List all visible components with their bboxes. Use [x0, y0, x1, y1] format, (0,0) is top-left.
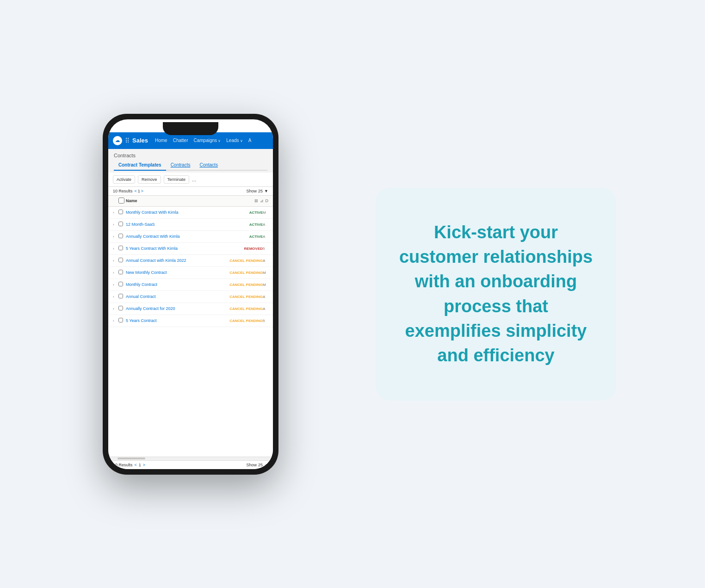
- contract-name-6[interactable]: New Monthly Contract: [126, 270, 221, 275]
- nav-more[interactable]: A: [246, 137, 254, 144]
- page-title: Contracts: [114, 153, 267, 158]
- contract-status-4: REMOVED: [221, 247, 263, 251]
- select-all-checkbox[interactable]: [118, 198, 124, 204]
- contract-status-7: CANCEL PENDING: [221, 283, 263, 287]
- more-button[interactable]: ...: [192, 177, 196, 182]
- contract-name-3[interactable]: Annually Contract With Kimla: [126, 234, 221, 239]
- show-chevron-bottom[interactable]: ▲: [264, 463, 268, 467]
- contract-status-9: CANCEL PENDING: [221, 307, 263, 311]
- contract-name-1[interactable]: Monthly Contract With Kimla: [126, 210, 221, 215]
- horizontal-scrollbar[interactable]: [108, 457, 273, 460]
- table-row: › 12 Month-SaaS ACTIVE A: [108, 219, 273, 231]
- contract-status-10: CANCEL PENDING: [221, 319, 263, 323]
- bottom-prev-button[interactable]: <: [135, 463, 137, 467]
- phone: ☁ ⠿ Sales Home Chatter Campaigns Leads A: [103, 114, 278, 475]
- scrollbar-thumb[interactable]: [118, 458, 145, 459]
- table-row: › Monthly Contract With Kimla ACTIVE M: [108, 207, 273, 219]
- contract-extra-4: 5: [263, 247, 268, 251]
- filter-icon[interactable]: ⊿: [260, 198, 264, 203]
- sf-toolbar: Activate Remove Terminate ...: [108, 173, 273, 187]
- row-expand-2[interactable]: ›: [113, 223, 118, 227]
- table-row: › Annual Contract CANCEL PENDING A: [108, 291, 273, 303]
- name-col-header: Name: [126, 198, 254, 203]
- row-check-3: [118, 234, 126, 239]
- show-selector-top: Show 25 ▼: [247, 189, 268, 193]
- contract-name-10[interactable]: 5 Years Contract: [126, 318, 221, 323]
- nav-home[interactable]: Home: [153, 137, 170, 144]
- show-label-top: Show: [247, 189, 257, 193]
- contract-status-8: CANCEL PENDING: [221, 295, 263, 299]
- row-check-6: [118, 270, 126, 275]
- tab-contacts[interactable]: Contacts: [195, 160, 222, 171]
- show-value-bottom[interactable]: 25: [258, 463, 263, 467]
- prev-page-button[interactable]: <: [135, 189, 137, 193]
- contract-status-6: CANCEL PENDING: [221, 271, 263, 275]
- nav-leads[interactable]: Leads: [224, 137, 245, 144]
- contract-name-7[interactable]: Monthly Contract: [126, 282, 221, 287]
- table-row: › New Monthly Contract CANCEL PENDING M: [108, 267, 273, 279]
- current-page: 1: [138, 189, 140, 193]
- sf-logo-icon: ☁: [115, 138, 120, 143]
- bottom-next-button[interactable]: >: [143, 463, 145, 467]
- bottom-results-count: 10 Results: [113, 463, 133, 467]
- row-check-2: [118, 222, 126, 227]
- contract-extra-10: 5: [263, 319, 268, 323]
- row-expand-7[interactable]: ›: [113, 283, 118, 287]
- terminate-button[interactable]: Terminate: [164, 175, 190, 184]
- nav-chatter[interactable]: Chatter: [171, 137, 191, 144]
- sf-logo: ☁: [113, 136, 122, 145]
- show-chevron-top[interactable]: ▼: [264, 189, 268, 193]
- row-expand-10[interactable]: ›: [113, 319, 118, 323]
- table-header: Name ⊞ ⊿ D: [108, 196, 273, 207]
- row-check-1: [118, 210, 126, 215]
- row-expand-4[interactable]: ›: [113, 247, 118, 251]
- pager-top: < 1 >: [135, 189, 144, 193]
- contract-extra-8: A: [263, 295, 268, 299]
- sf-bottom-bar: 10 Results < 1 > Show 25 ▲: [108, 460, 273, 469]
- sf-table: Name ⊞ ⊿ D › Monthly Contract With Kiml: [108, 196, 273, 457]
- row-expand-8[interactable]: ›: [113, 295, 118, 299]
- next-page-button[interactable]: >: [141, 189, 143, 193]
- app-name: Sales: [132, 137, 148, 144]
- table-row: › Annual Contract with Kimla 2022 CANCEL…: [108, 255, 273, 267]
- contract-name-9[interactable]: Annually Contract for 2020: [126, 306, 221, 311]
- contract-extra-6: M: [263, 271, 268, 275]
- show-label-bottom: Show: [247, 463, 257, 467]
- tab-contracts[interactable]: Contracts: [166, 160, 195, 171]
- sf-nav: ⠿ Sales Home Chatter Campaigns Leads A: [125, 137, 268, 144]
- show-selector-bottom: Show 25 ▲: [247, 463, 268, 467]
- column-settings-icon[interactable]: ⊞: [254, 198, 258, 203]
- contract-name-4[interactable]: 5 Years Contract With Kimla: [126, 246, 221, 251]
- contract-extra-9: A: [263, 307, 268, 311]
- table-row: › 5 Years Contract With Kimla REMOVED 5: [108, 243, 273, 255]
- sf-results-bar: 10 Results < 1 > Show 25 ▼: [108, 187, 273, 196]
- sf-content: Contracts Contract Templates Contracts C…: [108, 149, 273, 469]
- row-expand-3[interactable]: ›: [113, 235, 118, 239]
- contract-name-2[interactable]: 12 Month-SaaS: [126, 222, 221, 227]
- contract-extra-5: A: [263, 259, 268, 263]
- table-row: › Annually Contract With Kimla ACTIVE A: [108, 231, 273, 243]
- table-row: › Annually Contract for 2020 CANCEL PEND…: [108, 303, 273, 315]
- table-row: › 5 Years Contract CANCEL PENDING 5: [108, 315, 273, 327]
- row-check-7: [118, 282, 126, 287]
- contract-name-8[interactable]: Annual Contract: [126, 294, 221, 299]
- show-value-top[interactable]: 25: [258, 189, 263, 193]
- results-count: 10 Results: [113, 189, 133, 193]
- contract-name-5[interactable]: Annual Contract with Kimla 2022: [126, 258, 221, 263]
- row-check-4: [118, 246, 126, 251]
- table-header-icons: ⊞ ⊿ D: [254, 198, 269, 203]
- nav-campaigns[interactable]: Campaigns: [191, 137, 223, 144]
- contract-status-3: ACTIVE: [221, 235, 263, 239]
- row-check-5: [118, 258, 126, 263]
- row-expand-5[interactable]: ›: [113, 259, 118, 263]
- row-check-8: [118, 294, 126, 299]
- tab-contract-templates[interactable]: Contract Templates: [114, 160, 166, 171]
- activate-button[interactable]: Activate: [113, 175, 135, 184]
- row-expand-1[interactable]: ›: [113, 210, 118, 215]
- table-row: › Monthly Contract CANCEL PENDING M: [108, 279, 273, 291]
- row-expand-9[interactable]: ›: [113, 307, 118, 311]
- contract-status-2: ACTIVE: [221, 223, 263, 227]
- grid-icon[interactable]: ⠿: [125, 137, 130, 144]
- row-expand-6[interactable]: ›: [113, 271, 118, 275]
- remove-button[interactable]: Remove: [138, 175, 161, 184]
